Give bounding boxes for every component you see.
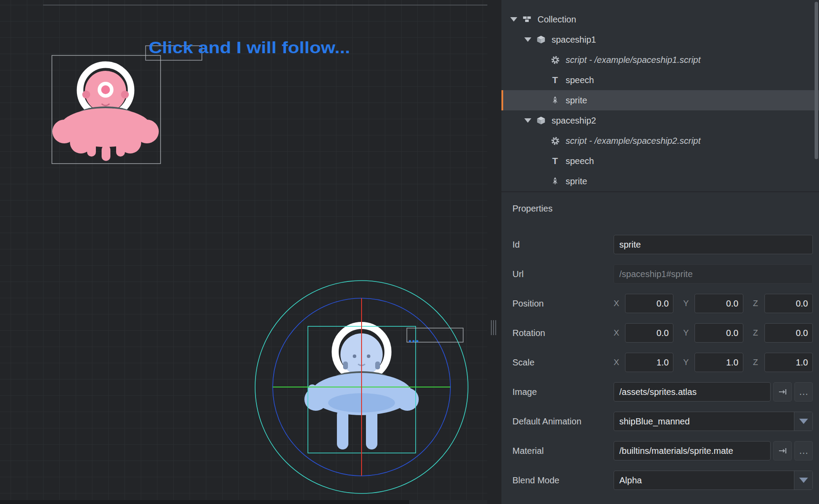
disclosure-triangle-icon[interactable]	[510, 9, 522, 29]
rotation-z-input[interactable]	[764, 323, 813, 343]
outline-scrollbar-thumb[interactable]	[815, 2, 818, 159]
outline-item-label: speech	[566, 75, 594, 85]
outline-item-label: spaceship1	[552, 35, 596, 45]
canvas-horizontal-scrollbar-thumb[interactable]	[0, 500, 409, 504]
speech-text-spaceship1: Click and I will follow...	[149, 39, 350, 57]
speech-text-spaceship2: ...	[408, 330, 419, 345]
property-row-scale: Scale X Y Z	[512, 353, 813, 372]
disclosure-triangle-icon[interactable]	[524, 29, 536, 50]
disclosure-triangle-icon[interactable]	[524, 110, 536, 131]
panel-divider[interactable]	[487, 0, 501, 504]
outline-item-spaceship2[interactable]: spaceship2	[501, 110, 819, 131]
jump-to-resource-icon	[778, 387, 787, 396]
outline-item-label: sprite	[566, 176, 587, 186]
axis-label-z: Z	[753, 358, 762, 367]
jump-to-resource-icon	[778, 446, 787, 455]
property-row-default-animation: Default Animation shipBlue_manned	[512, 412, 813, 431]
outline-item-label: script - /example/spaceship1.script	[566, 55, 701, 65]
pink-spaceship-sprite[interactable]	[52, 65, 159, 161]
label-text-icon: T	[550, 156, 560, 166]
properties-panel: Properties Id Url Position X Y Z	[501, 192, 819, 490]
material-input[interactable]	[614, 441, 771, 460]
outline-panel: Collection spaceship1	[501, 0, 819, 192]
outline-item-script-spaceship2[interactable]: script - /example/spaceship2.script	[501, 131, 819, 151]
default-animation-label: Default Animation	[512, 416, 614, 427]
default-animation-dropdown[interactable]: shipBlue_manned	[614, 412, 813, 431]
outline-item-speech-spaceship1[interactable]: T speech	[501, 70, 819, 90]
rotation-x-input[interactable]	[625, 323, 673, 343]
outline-item-speech-spaceship2[interactable]: T speech	[501, 151, 819, 171]
scale-label: Scale	[512, 358, 614, 368]
axis-label-z: Z	[753, 328, 762, 338]
outline-item-label: Collection	[537, 15, 576, 25]
material-resource-jump-button[interactable]	[773, 441, 792, 460]
axis-label-y: Y	[683, 299, 692, 308]
position-y-input[interactable]	[695, 294, 743, 313]
collection-icon	[522, 14, 532, 25]
id-label: Id	[512, 240, 614, 250]
position-label: Position	[512, 299, 614, 309]
blend-mode-label: Blend Mode	[512, 475, 614, 486]
property-row-id: Id	[512, 235, 813, 254]
material-label: Material	[512, 446, 614, 456]
ellipsis-icon: …	[799, 445, 808, 457]
axis-label-y: Y	[683, 328, 692, 338]
outline-item-spaceship1[interactable]: spaceship1	[501, 29, 819, 50]
divider-grip-icon[interactable]	[491, 320, 496, 335]
blend-mode-value: Alpha	[614, 471, 794, 489]
outline-item-script-spaceship1[interactable]: script - /example/spaceship1.script	[501, 50, 819, 70]
property-row-rotation: Rotation X Y Z	[512, 323, 813, 343]
image-label: Image	[512, 387, 614, 397]
rotation-label: Rotation	[512, 328, 614, 338]
image-input[interactable]	[614, 382, 771, 402]
outline-item-sprite-spaceship1[interactable]: sprite	[501, 90, 819, 110]
game-object-icon	[536, 34, 546, 45]
axis-label-x: X	[614, 358, 622, 367]
axis-label-x: X	[614, 328, 622, 338]
image-resource-jump-button[interactable]	[773, 382, 792, 402]
url-label: Url	[512, 269, 614, 279]
axis-label-y: Y	[683, 358, 692, 367]
property-row-position: Position X Y Z	[512, 294, 813, 313]
position-z-input[interactable]	[764, 294, 813, 313]
defold-editor: Click and I will follow...	[0, 0, 819, 504]
outline-item-label: sprite	[566, 95, 587, 106]
axis-label-x: X	[614, 299, 622, 308]
outline-item-sprite-spaceship2[interactable]: sprite	[501, 171, 819, 191]
outline-item-label: spaceship2	[552, 116, 596, 126]
chevron-down-icon	[799, 478, 808, 483]
outline-item-label: speech	[566, 156, 594, 166]
outline-item-collection[interactable]: Collection	[501, 9, 819, 29]
canvas-horizontal-scrollbar[interactable]	[0, 500, 487, 504]
scene-overlay: Click and I will follow...	[0, 0, 487, 504]
id-input[interactable]	[614, 235, 813, 254]
sprite-icon	[550, 95, 560, 106]
script-gear-icon	[550, 135, 560, 146]
sprite-icon	[550, 176, 560, 186]
material-browse-button[interactable]: …	[794, 441, 813, 460]
image-browse-button[interactable]: …	[794, 382, 813, 402]
blend-mode-dropdown[interactable]: Alpha	[614, 471, 813, 490]
properties-title: Properties	[512, 204, 813, 214]
property-row-blend-mode: Blend Mode Alpha	[512, 471, 813, 490]
property-row-image: Image …	[512, 382, 813, 402]
outline-item-label: script - /example/spaceship2.script	[566, 136, 701, 146]
right-panel: Collection spaceship1	[501, 0, 819, 504]
default-animation-dropdown-button[interactable]	[794, 412, 812, 431]
scene-canvas[interactable]: Click and I will follow...	[0, 0, 487, 504]
scale-y-input[interactable]	[695, 353, 743, 372]
property-row-material: Material …	[512, 441, 813, 460]
script-gear-icon	[550, 55, 560, 65]
ellipsis-icon: …	[799, 386, 808, 398]
chevron-down-icon	[799, 419, 808, 424]
scale-x-input[interactable]	[625, 353, 673, 372]
property-row-url: Url	[512, 264, 813, 284]
scale-z-input[interactable]	[764, 353, 813, 372]
position-x-input[interactable]	[625, 294, 673, 313]
default-animation-value: shipBlue_manned	[614, 412, 794, 431]
rotation-y-input[interactable]	[695, 323, 743, 343]
axis-label-z: Z	[753, 299, 762, 308]
game-object-icon	[536, 115, 546, 126]
label-text-icon: T	[550, 75, 560, 85]
blend-mode-dropdown-button[interactable]	[794, 471, 812, 489]
